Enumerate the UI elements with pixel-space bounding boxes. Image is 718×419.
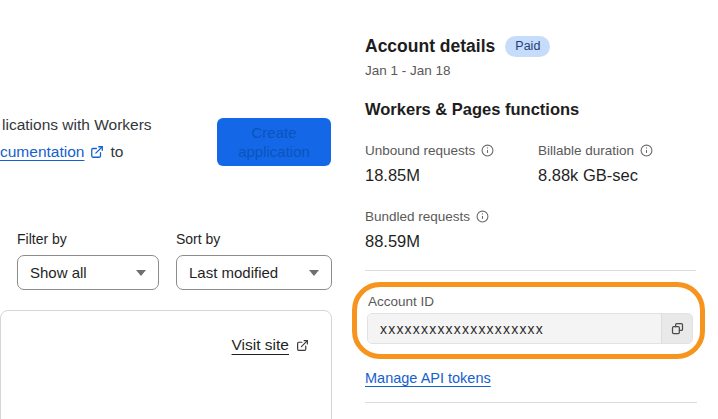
create-application-label-line2: application bbox=[238, 142, 310, 161]
sort-dropdown-value: Last modified bbox=[189, 264, 309, 281]
create-application-label-line1: Create bbox=[251, 123, 296, 142]
stat-billable-duration: Billable duration 8.88k GB-sec bbox=[538, 143, 653, 185]
paid-badge: Paid bbox=[505, 36, 550, 57]
filter-by-label: Filter by bbox=[17, 231, 67, 247]
documentation-link[interactable]: cumentation bbox=[0, 143, 84, 161]
visit-site-row: Visit site bbox=[232, 336, 309, 354]
account-details-header: Account details Paid bbox=[365, 36, 550, 57]
stat-unbound-requests: Unbound requests 18.85M bbox=[365, 143, 494, 185]
chevron-down-icon bbox=[309, 270, 319, 276]
intro-text-after-link: to bbox=[110, 143, 123, 161]
stat-bundled-requests: Bundled requests 88.59M bbox=[365, 209, 489, 251]
divider bbox=[365, 270, 696, 271]
info-icon[interactable] bbox=[481, 144, 494, 157]
filter-dropdown[interactable]: Show all bbox=[17, 255, 159, 290]
stat-value: 18.85M bbox=[365, 166, 494, 185]
intro-text-line2: cumentation to bbox=[0, 143, 123, 161]
project-card: Visit site bbox=[0, 310, 332, 419]
date-range: Jan 1 - Jan 18 bbox=[365, 63, 451, 78]
page: lications with Workers cumentation to Cr… bbox=[0, 0, 718, 419]
stat-value: 88.59M bbox=[365, 232, 489, 251]
workers-pages-functions-title: Workers & Pages functions bbox=[365, 100, 579, 119]
filter-dropdown-value: Show all bbox=[30, 264, 136, 281]
account-id-label: Account ID bbox=[368, 294, 434, 309]
create-application-button[interactable]: Create application bbox=[217, 118, 331, 166]
intro-text-line1: lications with Workers bbox=[2, 116, 152, 134]
external-link-icon bbox=[296, 339, 309, 352]
manage-api-tokens-link[interactable]: Manage API tokens bbox=[365, 370, 491, 386]
stat-label: Unbound requests bbox=[365, 143, 475, 158]
sort-dropdown[interactable]: Last modified bbox=[176, 255, 332, 290]
info-icon[interactable] bbox=[640, 144, 653, 157]
account-id-input[interactable] bbox=[368, 314, 661, 343]
sort-by-label: Sort by bbox=[176, 231, 220, 247]
external-link-icon bbox=[90, 145, 104, 159]
info-icon[interactable] bbox=[476, 210, 489, 223]
stat-label: Bundled requests bbox=[365, 209, 470, 224]
divider bbox=[365, 402, 697, 403]
account-id-field-group bbox=[367, 313, 693, 344]
copy-button[interactable] bbox=[661, 314, 692, 343]
visit-site-link[interactable]: Visit site bbox=[232, 336, 289, 354]
chevron-down-icon bbox=[136, 270, 146, 276]
account-details-title: Account details bbox=[365, 36, 495, 57]
stat-label: Billable duration bbox=[538, 143, 634, 158]
copy-icon bbox=[670, 321, 685, 336]
stat-value: 8.88k GB-sec bbox=[538, 166, 653, 185]
